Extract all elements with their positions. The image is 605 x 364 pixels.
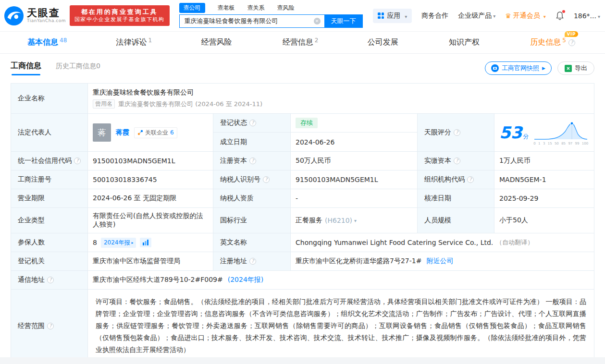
tab-count: 2 [315,37,319,44]
tab-company-development[interactable]: 公司发展 [368,37,400,48]
field-value-establish-date: 2024-06-26 [291,133,417,151]
tab-label: 经营信息 [283,37,313,48]
field-value-tax-qualification: - [291,189,418,208]
banner-line1: 都在用的商业查询工具 [74,8,165,16]
field-label-org-code: 组织机构代码 [418,170,494,189]
chevron-down-icon [596,12,600,20]
company-name: 重庆渝蔓味轻食餐饮服务有限公司 [93,88,194,97]
status-date-subtable: 登记状态 存续 成立日期 2024-06-26 [213,114,418,152]
help-icon[interactable] [74,158,81,164]
export-button[interactable]: 导出 [557,61,594,75]
arrow-right-icon: ▸ [131,241,133,245]
tab-label: 经营风险 [201,37,232,48]
help-icon[interactable] [454,158,460,164]
annual-report-link[interactable]: (2024年报) [228,276,264,284]
help-icon[interactable] [249,158,256,164]
tab-operating-risk[interactable]: 经营风险 [201,37,234,48]
vip-badge: VIP [565,31,578,37]
status-badge: 存续 [296,118,318,128]
tab-intellectual-property[interactable]: 知识产权 [449,37,481,48]
field-value-company-name: 重庆渝蔓味轻食餐饮服务有限公司 曾用名 重庆渝蔓餐饮服务有限公司 (2024-0… [88,84,594,114]
annual-report-badge[interactable]: 2024年报▸ [101,238,136,248]
help-icon[interactable] [249,120,256,126]
score-axis: 0131550859799100 [533,142,588,146]
field-label-reg-capital: 注册资本 [213,152,291,170]
search-tab-boss[interactable]: 查老板 [218,4,235,12]
score-unit: 分 [523,133,529,141]
nav-open-vip[interactable]: ♛ 开通会员 [505,12,546,20]
tianyancha-logo[interactable]: 天眼查 TianYanCha.com [4,6,66,26]
notification-dot [562,10,565,13]
help-icon[interactable] [568,39,575,46]
field-label-company-type: 企业类型 [11,208,88,233]
insured-count: 8 [93,239,97,246]
field-label-staff-size: 人员规模 [418,208,494,233]
logo-subtext: TianYanCha.com [27,19,66,24]
help-icon[interactable] [47,277,54,283]
tab-label: 基本信息 [27,37,58,48]
field-value-reg-no: 500103018336745 [88,170,213,189]
notification-bell-icon[interactable] [556,11,564,21]
subtab-business-info[interactable]: 工商信息 [11,61,41,75]
tab-operating-info[interactable]: 经营信息 2 [283,37,319,48]
relation-icon [137,130,143,135]
field-label-reg-authority: 登记机关 [11,252,88,271]
brand-banner: 都在用的商业查询工具 国家中小企业发展子基金旗下机构 [70,5,170,25]
export-label: 导出 [575,64,587,73]
score-distribution-chart: 0131550859799100 [533,120,588,146]
tab-legal-proceedings[interactable]: 法律诉讼 1 [116,37,152,48]
nearby-companies-link[interactable]: 附近公司 [426,257,453,266]
field-label-legal-rep: 法定代表人 [11,114,88,152]
legal-rep-avatar[interactable]: 蒋 [93,123,111,142]
tab-basic-info[interactable]: 基本信息 48 [27,37,67,48]
chevron-down-icon[interactable]: ▾ [354,218,357,223]
field-value-org-code: MADN5GEM-1 [494,170,594,189]
excel-icon [565,65,572,72]
insured-trend-chart-icon[interactable] [140,238,151,247]
help-icon[interactable] [47,323,54,329]
field-label-tax-id: 纳税人识别号 [213,170,291,189]
field-label-reg-status: 登记状态 [213,114,291,133]
help-icon[interactable] [454,129,460,136]
search-area: 查公司 查老板 查关系 查风险 天眼一下 [179,4,363,28]
search-tab-relation[interactable]: 查关系 [247,4,265,12]
legal-rep-name-link[interactable]: 蒋霞 [116,128,129,137]
help-icon[interactable] [249,258,256,265]
camera-icon [491,64,499,72]
user-account-phone[interactable]: 186*... [574,12,600,20]
related-companies-badge[interactable]: 关联企业 6 [134,127,177,138]
related-count: 6 [170,129,174,136]
subtab-history-label: 历史工商信息 [56,62,96,70]
nav-enterprise-products[interactable]: 企业级产品 [458,12,495,20]
top-header: 天眼查 TianYanCha.com 都在用的商业查询工具 国家中小企业发展子基… [0,0,605,32]
search-tab-company[interactable]: 查公司 [179,3,205,13]
industry-code: (H6210) [325,217,352,224]
clear-search-icon[interactable] [314,18,321,24]
former-name-value: 重庆渝蔓餐饮服务有限公司 (2024-06 至 2024-11) [118,100,262,109]
apps-grid-icon [378,12,384,19]
field-value-approve-date: 2025-09-29 [494,189,594,208]
field-value-score[interactable]: 53 分 0131550859799100 [494,114,594,152]
subtab-history-business-info[interactable]: 历史工商信息0 [56,62,100,75]
search-input[interactable] [179,14,324,28]
field-value-reg-address: 重庆市渝中区化龙桥街道华盛路7号27-1# 附近公司 [291,252,594,271]
banner-line2: 国家中小企业发展子基金旗下机构 [74,16,165,24]
tab-history-info[interactable]: VIP 历史信息 5 [530,37,575,48]
official-snapshot-button[interactable]: 工商官网快照 ▶ [485,61,552,75]
help-icon[interactable] [263,176,270,183]
chevron-down-icon [542,12,546,20]
apps-menu-button[interactable]: 应用 [373,9,412,23]
nav-business-cooperation[interactable]: 商务合作 [421,12,448,20]
field-value-mail-address: 重庆市渝中区经纬大道789号10-2#F009# (2024年报) [88,271,594,290]
field-value-paid-capital: 1万人民币 [494,152,594,170]
help-icon[interactable] [467,176,474,183]
field-label-insured-count: 参保人数 [11,233,88,252]
field-value-tax-id: 91500103MADN5GEM1L [291,170,418,189]
search-tab-risk[interactable]: 查风险 [277,4,295,12]
section-tabs: 基本信息 48 法律诉讼 1 经营风险 经营信息 2 公司发展 知识产权 VIP… [0,32,605,54]
nav-enterprise-label: 企业级产品 [458,12,492,19]
phone-label: 186*... [574,12,596,20]
chevron-down-icon [492,12,495,19]
field-label-business-scope: 经营范围 [11,290,88,363]
search-button[interactable]: 天眼一下 [324,14,363,28]
